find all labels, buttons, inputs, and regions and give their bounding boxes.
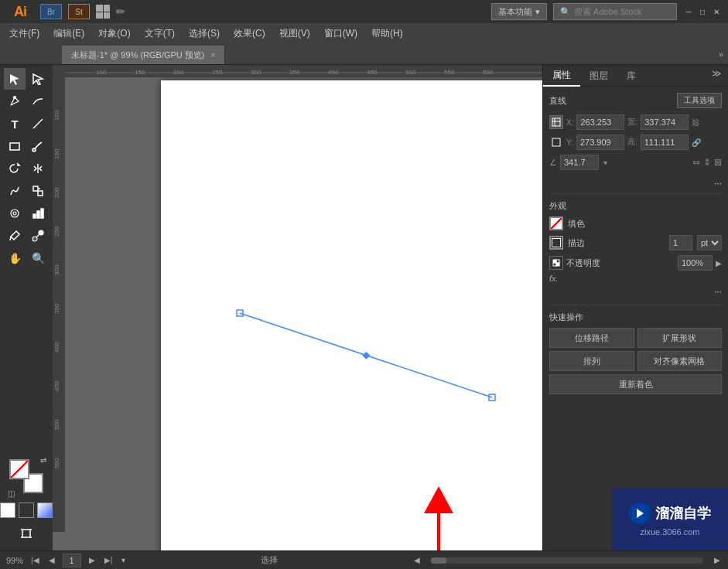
tab-close-button[interactable]: × — [211, 51, 216, 60]
flip-extra-icon[interactable]: ⊠ — [714, 157, 722, 168]
blend-tool[interactable] — [27, 225, 49, 247]
symbol-tool[interactable] — [4, 203, 26, 224]
zoom-level: 99% — [6, 556, 23, 565]
rect-tool[interactable] — [4, 135, 26, 157]
st-icon[interactable]: St — [68, 4, 90, 19]
type-tool[interactable]: T — [4, 113, 26, 135]
svg-rect-4 — [10, 143, 19, 150]
freeform-tool[interactable] — [27, 90, 49, 112]
mirror-tool[interactable] — [27, 158, 49, 179]
br-icon[interactable]: Br — [40, 4, 62, 19]
y-input[interactable] — [576, 135, 624, 150]
color-swatch-black[interactable] — [19, 503, 34, 518]
x-input[interactable]: 263.253 — [576, 114, 624, 130]
zoom-tool[interactable]: 🔍 — [27, 247, 49, 269]
document-tab[interactable]: 未标题-1* @ 99% (RGB/GPU 预览) × — [62, 46, 225, 64]
stroke-swatch[interactable] — [549, 236, 563, 250]
scroll-thumb[interactable] — [431, 557, 446, 564]
svg-rect-14 — [41, 209, 43, 218]
menu-window[interactable]: 窗口(W) — [318, 24, 364, 43]
stroke-width-input[interactable] — [669, 235, 692, 250]
h-input[interactable] — [641, 135, 689, 150]
menu-help[interactable]: 帮助(H) — [365, 24, 409, 43]
link-chain-icon: ⛓ — [692, 118, 699, 127]
more-options-1[interactable]: ··· — [549, 178, 722, 189]
opacity-row: 不透明度 ▶ — [549, 255, 722, 271]
next-end-button[interactable]: ▶| — [103, 556, 114, 564]
svg-text:450: 450 — [53, 380, 60, 391]
opacity-icon — [549, 256, 563, 270]
pen-tool[interactable] — [4, 90, 26, 112]
menu-text[interactable]: 文字(T) — [138, 24, 181, 43]
offset-path-button[interactable]: 位移路径 — [549, 328, 634, 348]
hand-tool[interactable]: ✋ — [4, 247, 26, 269]
layout-icon[interactable] — [96, 5, 110, 19]
angle-dropdown[interactable]: ▾ — [603, 158, 607, 167]
minimize-button[interactable]: ─ — [683, 6, 694, 17]
brush-tool[interactable] — [27, 135, 49, 157]
selection-tool[interactable] — [4, 68, 26, 90]
artboard-tool[interactable] — [15, 523, 37, 544]
opacity-input[interactable] — [678, 255, 713, 271]
menu-edit[interactable]: 编辑(E) — [47, 24, 91, 43]
svg-rect-8 — [38, 191, 43, 196]
scroll-left-button[interactable]: ◀ — [412, 556, 422, 564]
chart-tool[interactable] — [27, 203, 49, 224]
stroke-unit-select[interactable]: pt — [697, 235, 722, 250]
tool-options-button[interactable]: 工具选项 — [677, 93, 722, 108]
align-pixel-grid-button[interactable]: 对齐像素网格 — [637, 351, 723, 371]
canvas-area[interactable]: 100150200250300350400450500550600 100 15… — [53, 65, 542, 550]
swap-colors-icon[interactable]: ⇄ — [40, 456, 46, 465]
tool-row-graph — [4, 203, 49, 224]
menu-select[interactable]: 选择(S) — [183, 24, 226, 43]
search-box[interactable]: 🔍 搜索 Adobe Stock — [553, 3, 677, 20]
default-colors-icon[interactable]: ◫ — [8, 489, 15, 498]
color-swatch-gradient[interactable] — [37, 503, 53, 518]
artboard — [161, 80, 542, 550]
menu-view[interactable]: 视图(V) — [273, 24, 316, 43]
scroll-track[interactable] — [431, 557, 703, 564]
scroll-right-button[interactable]: ▶ — [713, 556, 722, 564]
direct-selection-tool[interactable] — [27, 68, 49, 90]
watermark-play-icon — [629, 503, 651, 524]
maximize-button[interactable]: □ — [697, 6, 708, 17]
fill-stroke-area: ⇄ ◫ — [9, 459, 43, 493]
prev-button[interactable]: ◀ — [47, 556, 56, 564]
close-button[interactable]: ✕ — [711, 6, 722, 17]
panel-expand-arrow[interactable]: » — [714, 49, 728, 59]
line-tool[interactable] — [27, 113, 49, 135]
fill-indicator[interactable] — [9, 459, 29, 479]
svg-rect-52 — [552, 118, 560, 126]
fill-swatch[interactable] — [549, 216, 563, 230]
more-options-2[interactable]: ··· — [549, 286, 722, 297]
menu-effect[interactable]: 效果(C) — [227, 24, 272, 43]
eyedropper-tool[interactable] — [4, 225, 26, 247]
w-input[interactable]: 337.374 — [641, 114, 689, 130]
menu-object[interactable]: 对象(O) — [92, 24, 136, 43]
warp-tool[interactable] — [4, 180, 26, 202]
rotate-tool[interactable] — [4, 158, 26, 179]
transform-row2: Y: 高: 🔗 — [549, 135, 722, 150]
flip-v-icon[interactable]: ⇕ — [703, 157, 711, 168]
arrange-button[interactable]: 排列 — [549, 351, 634, 371]
prev-start-button[interactable]: |◀ — [29, 556, 41, 564]
recolor-button[interactable]: 重新着色 — [549, 374, 722, 394]
tab-layers[interactable]: 图层 — [580, 65, 617, 87]
menu-file[interactable]: 文件(F) — [3, 24, 46, 43]
tab-properties[interactable]: 属性 — [543, 65, 580, 87]
panel-more-button[interactable]: ≫ — [706, 65, 728, 86]
svg-line-18 — [36, 234, 39, 237]
scale-tool[interactable] — [27, 180, 49, 202]
opacity-expand-icon[interactable]: ▶ — [716, 259, 722, 267]
angle-input[interactable] — [560, 155, 599, 170]
next-button[interactable]: ▶ — [87, 556, 97, 564]
ai-logo: Ai — [6, 1, 34, 22]
page-down-arrow[interactable]: ▾ — [120, 556, 127, 564]
expand-shape-button[interactable]: 扩展形状 — [637, 328, 723, 348]
tab-library[interactable]: 库 — [617, 65, 645, 87]
page-input[interactable] — [63, 554, 81, 567]
color-swatch-white[interactable] — [0, 503, 15, 518]
flip-h-icon[interactable]: ⇔ — [692, 157, 700, 168]
feature-select[interactable]: 基本功能 ▾ — [491, 3, 547, 20]
svg-text:200: 200 — [173, 69, 184, 76]
